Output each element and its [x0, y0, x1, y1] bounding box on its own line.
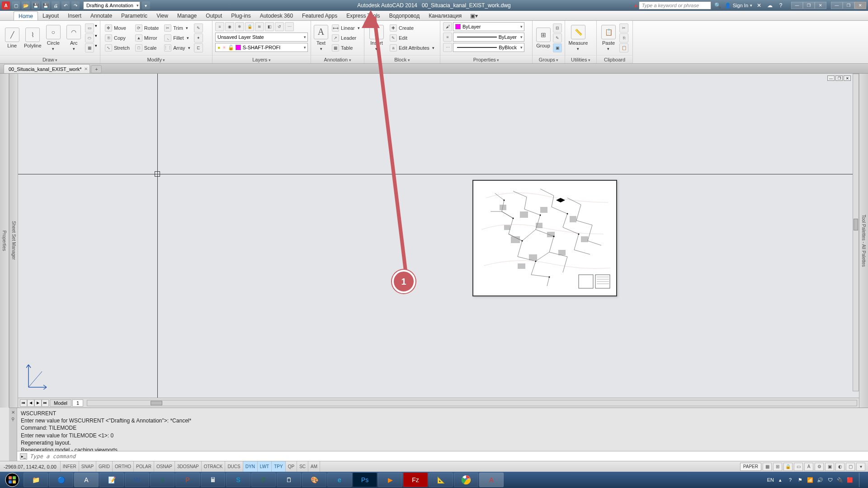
layout-next-icon[interactable]: ▶: [34, 399, 42, 407]
copy-clip-icon[interactable]: ⎘: [619, 33, 628, 42]
new-tab-button[interactable]: +: [91, 65, 102, 73]
tab-kanalizacia[interactable]: Канализация: [424, 11, 466, 20]
taskbar-media-icon[interactable]: ▶: [378, 473, 402, 487]
tool-palettes-tab[interactable]: Tool Palettes - All Palettes: [859, 74, 868, 408]
search-go-icon[interactable]: 🔍: [714, 1, 722, 9]
layout-prev-icon[interactable]: ◀: [27, 399, 34, 407]
command-prompt-icon[interactable]: ▸_: [20, 453, 27, 460]
leader-button[interactable]: ↗Leader: [330, 33, 362, 42]
signin-button[interactable]: 👤Sign In▾: [725, 3, 752, 9]
search-input[interactable]: Type a keyword or phrase: [639, 1, 711, 9]
taskbar-photoshop-icon[interactable]: Ps: [353, 473, 377, 487]
panel-properties-title[interactable]: Properties: [473, 57, 500, 62]
toggle-infer[interactable]: INFER: [61, 461, 79, 472]
group-select-icon[interactable]: ▣: [553, 43, 562, 52]
taskbar-mediaplayer-icon[interactable]: 🔵: [49, 473, 73, 487]
qat-print-icon[interactable]: 🖨: [52, 1, 60, 9]
app-logo-icon[interactable]: A: [2, 1, 10, 9]
tray-up-icon[interactable]: ▴: [777, 476, 784, 483]
properties-palette-tab[interactable]: Properties: [0, 74, 9, 408]
tab-output[interactable]: Output: [201, 11, 226, 20]
taskbar-paint-icon[interactable]: 🎨: [302, 473, 326, 487]
qat-undo-icon[interactable]: ↶: [61, 1, 70, 9]
lineweight-dropdown[interactable]: ByLayer: [453, 33, 524, 42]
toggle-sc[interactable]: SC: [297, 461, 308, 472]
show-desktop-button[interactable]: [859, 473, 863, 487]
close-tab-icon[interactable]: ✕: [84, 66, 88, 71]
tray-lang[interactable]: EN: [767, 477, 774, 483]
viewport-drawing[interactable]: [472, 180, 617, 296]
panel-block-title[interactable]: Block: [394, 57, 410, 62]
explode-icon[interactable]: ✦: [194, 33, 203, 42]
erase-icon[interactable]: ✎: [194, 23, 203, 33]
circle-button[interactable]: ○Circle▾: [44, 23, 63, 53]
start-button[interactable]: [2, 473, 23, 487]
taskbar-chrome-icon[interactable]: [454, 473, 478, 487]
qat-open-icon[interactable]: 📂: [22, 1, 30, 9]
linear-dim-button[interactable]: ⟷Linear▾: [330, 23, 362, 33]
tab-home[interactable]: Home: [14, 11, 38, 20]
stretch-button[interactable]: ⤡Stretch: [103, 43, 132, 52]
cmd-handle-icon[interactable]: ⚲: [11, 417, 14, 422]
paste-special-icon[interactable]: 📋: [619, 43, 628, 52]
toggle-tpy[interactable]: TPY: [272, 461, 285, 472]
taskbar-autocad-icon[interactable]: A: [74, 473, 99, 487]
tab-parametric[interactable]: Parametric: [117, 11, 152, 20]
vertical-scrollbar[interactable]: [853, 74, 859, 391]
tray-battery-icon[interactable]: 🔌: [836, 476, 844, 483]
doc-close-icon[interactable]: ✕: [815, 2, 826, 9]
taskbar-excel-icon[interactable]: X: [150, 473, 175, 487]
doc-minimize-icon[interactable]: —: [791, 2, 803, 9]
qat-new-icon[interactable]: ▢: [12, 1, 20, 9]
rectangle-icon[interactable]: ▭: [85, 23, 94, 33]
panel-draw-title[interactable]: Draw: [42, 57, 57, 62]
layer-match-icon[interactable]: ≋: [255, 22, 264, 31]
panel-annotation-title[interactable]: Annotation: [324, 57, 351, 62]
trim-button[interactable]: ✂Trim▾: [162, 23, 192, 33]
group-edit-icon[interactable]: ✎: [553, 33, 562, 42]
tray-help-icon[interactable]: ?: [787, 476, 794, 483]
offset-icon[interactable]: ⊏: [194, 43, 203, 52]
mirror-button[interactable]: ▲Mirror: [133, 33, 160, 42]
toggle-dyn[interactable]: DYN: [243, 461, 258, 472]
layer-lock-icon[interactable]: 🔒: [245, 22, 254, 31]
current-layer-dropdown[interactable]: ●☀🔓 S-SHAFT-PROFI: [215, 43, 308, 52]
qat-more-icon[interactable]: ▾: [142, 1, 150, 9]
sb-grid-icon[interactable]: ▦: [763, 463, 772, 471]
workspace-dropdown[interactable]: Drafting & Annotation: [83, 1, 140, 9]
scale-button[interactable]: □Scale: [133, 43, 160, 52]
horizontal-scrollbar[interactable]: [87, 400, 857, 406]
taskbar-calc-icon[interactable]: 🖩: [201, 473, 225, 487]
panel-layers-title[interactable]: Layers: [252, 57, 271, 62]
document-tab[interactable]: 00_Situacia_kanal_EXIST_work*✕: [4, 64, 90, 73]
create-block-button[interactable]: ✚Create: [388, 23, 436, 33]
copy-button[interactable]: ⎘Copy: [103, 33, 132, 42]
panel-groups-title[interactable]: Groups: [539, 57, 559, 62]
layer-more-icon[interactable]: ⋯: [285, 22, 294, 31]
tray-volume-icon[interactable]: 🔊: [816, 476, 824, 483]
layer-props-icon[interactable]: ≡: [215, 22, 224, 31]
exchange-icon[interactable]: ✕: [755, 1, 763, 9]
tab-insert[interactable]: Insert: [63, 11, 86, 20]
command-input[interactable]: [30, 453, 865, 460]
toggle-snap[interactable]: SNAP: [79, 461, 96, 472]
toggle-am[interactable]: AM: [308, 461, 320, 472]
tab-plugins[interactable]: Plug-ins: [226, 11, 255, 20]
match-props-icon[interactable]: 🖌: [443, 22, 452, 31]
toggle-otrack[interactable]: OTRACK: [202, 461, 226, 472]
sb-hardware-icon[interactable]: ▣: [825, 463, 834, 471]
lineweight-icon[interactable]: ≡: [443, 33, 452, 42]
tray-flag-icon[interactable]: ⚑: [797, 476, 804, 483]
qat-saveas-icon[interactable]: 💾: [42, 1, 50, 9]
group-button[interactable]: ⊞Group: [535, 23, 551, 53]
taskbar-notepad-icon[interactable]: 📝: [99, 473, 124, 487]
tab-manage[interactable]: Manage: [173, 11, 201, 20]
edit-block-button[interactable]: ✎Edit: [388, 33, 436, 42]
tab-annotate[interactable]: Annotate: [86, 11, 117, 20]
tab-focus-icon[interactable]: ▣▾: [469, 11, 479, 20]
toggle-qp[interactable]: QP: [286, 461, 297, 472]
rotate-button[interactable]: ⟳Rotate: [133, 23, 160, 33]
tray-network-icon[interactable]: 📶: [807, 476, 814, 483]
stayconnected-icon[interactable]: ☁: [766, 1, 774, 9]
taskbar-autocad2-icon[interactable]: A: [479, 473, 504, 487]
